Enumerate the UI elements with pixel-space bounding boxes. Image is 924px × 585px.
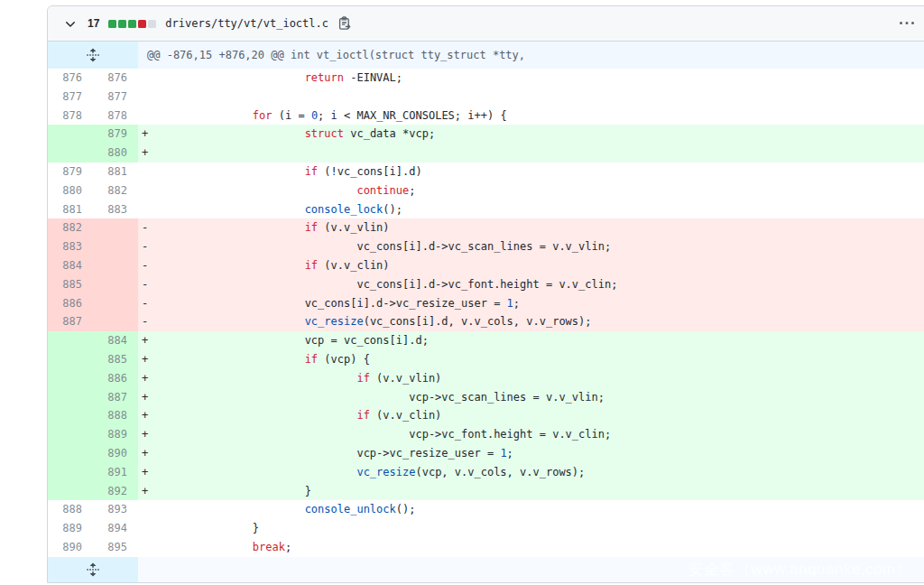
new-line-number[interactable]: 894: [93, 519, 138, 538]
diff-marker: -: [142, 240, 148, 253]
new-line-number[interactable]: [93, 275, 138, 294]
diff-marker: [142, 71, 148, 84]
old-line-number[interactable]: [48, 125, 93, 144]
diff-marker: +: [142, 372, 148, 385]
new-line-number[interactable]: 884: [93, 331, 138, 350]
old-line-number[interactable]: [48, 331, 93, 350]
diff-marker: -: [142, 315, 148, 328]
file-options-button[interactable]: [900, 16, 914, 31]
new-line-number[interactable]: [93, 256, 138, 275]
diff-marker: +: [142, 409, 148, 422]
new-line-number[interactable]: 879: [93, 125, 138, 144]
diff-line-context: 880882 continue;: [48, 181, 924, 200]
code-line: }: [138, 519, 924, 538]
diff-marker: -: [142, 221, 148, 234]
new-line-number[interactable]: [93, 312, 138, 331]
new-line-number[interactable]: 877: [93, 88, 138, 107]
code-line: + struct vc_data *vcp;: [138, 125, 924, 144]
old-line-number[interactable]: [48, 350, 93, 369]
copy-path-icon: [337, 16, 352, 31]
old-line-number[interactable]: 884: [48, 256, 93, 275]
old-line-number[interactable]: 885: [48, 275, 93, 294]
old-line-number[interactable]: [48, 425, 93, 444]
old-line-number[interactable]: 880: [48, 181, 93, 200]
hunk-header-text: @@ -876,15 +876,20 @@ int vt_ioctl(struc…: [138, 42, 525, 69]
diff-line-context: 879881 if (!vc_cons[i].d): [48, 162, 924, 181]
diff-line-add: 888+ if (v.v_clin): [48, 406, 924, 425]
old-line-number[interactable]: [48, 444, 93, 463]
old-line-number[interactable]: [48, 388, 93, 407]
diff-line-del: 885- vc_cons[i].d->vc_font.height = v.v_…: [48, 275, 924, 294]
new-line-number[interactable]: 886: [93, 369, 138, 388]
collapse-file-button[interactable]: [62, 16, 79, 31]
old-line-number[interactable]: [48, 482, 93, 501]
code-line: + vcp->vc_resize_user = 1;: [138, 444, 924, 463]
new-line-number[interactable]: 881: [93, 162, 138, 181]
expand-hunk-button[interactable]: [48, 42, 138, 69]
new-line-number[interactable]: 883: [93, 200, 138, 219]
diff-line-context: 877877: [48, 88, 924, 107]
unfold-icon: [86, 562, 100, 577]
code-line: + if (v.v_vlin): [138, 369, 924, 388]
diff-line-del: 884- if (v.v_clin): [48, 256, 924, 275]
code-line: console_lock();: [138, 200, 924, 219]
diff-line-del: 882- if (v.v_vlin): [48, 218, 924, 237]
diff-marker: +: [142, 485, 148, 497]
old-line-number[interactable]: 877: [48, 88, 93, 107]
old-line-number[interactable]: [48, 463, 93, 482]
new-line-number[interactable]: 892: [93, 482, 138, 501]
diff-line-add: 891+ vc_resize(vcp, v.v_cols, v.v_rows);: [48, 463, 924, 482]
old-line-number[interactable]: 888: [48, 500, 93, 519]
diff-marker: +: [142, 428, 148, 441]
old-line-number[interactable]: [48, 406, 93, 425]
diff-stat-block-add: [128, 20, 136, 28]
code-line: for (i = 0; i < MAX_NR_CONSOLES; i++) {: [138, 107, 924, 125]
old-line-number[interactable]: 887: [48, 312, 93, 331]
old-line-number[interactable]: 890: [48, 538, 93, 557]
new-line-number[interactable]: 890: [93, 444, 138, 463]
unfold-icon: [86, 48, 100, 62]
new-line-number[interactable]: [93, 237, 138, 256]
expand-hunk-button[interactable]: [48, 557, 138, 582]
diff-line-add: 879+ struct vc_data *vcp;: [48, 125, 924, 144]
new-line-number[interactable]: 885: [93, 350, 138, 369]
diff-line-add: 880+: [48, 144, 924, 162]
diff-marker: +: [142, 127, 148, 140]
diff-marker: +: [142, 447, 148, 460]
diff-stat-blocks: [108, 20, 156, 28]
new-line-number[interactable]: 891: [93, 463, 138, 482]
new-line-number[interactable]: [93, 218, 138, 237]
old-line-number[interactable]: [48, 369, 93, 388]
diff-line-context: 878878 for (i = 0; i < MAX_NR_CONSOLES; …: [48, 107, 924, 125]
diff-marker: [142, 541, 148, 553]
new-line-number[interactable]: 876: [93, 69, 138, 88]
old-line-number[interactable]: 889: [48, 519, 93, 538]
old-line-number[interactable]: 882: [48, 218, 93, 237]
code-line: + vcp = vc_cons[i].d;: [138, 331, 924, 350]
new-line-number[interactable]: 882: [93, 181, 138, 200]
new-line-number[interactable]: 893: [93, 500, 138, 519]
old-line-number[interactable]: 878: [48, 107, 93, 125]
old-line-number[interactable]: 883: [48, 237, 93, 256]
old-line-number[interactable]: 881: [48, 200, 93, 219]
kebab-horizontal-icon: [900, 16, 914, 31]
diff-marker: +: [142, 146, 148, 159]
new-line-number[interactable]: 889: [93, 425, 138, 444]
file-diff-card: 17 drivers/tty/vt/vt_ioctl.c @@ -876: [47, 5, 924, 583]
new-line-number[interactable]: 878: [93, 107, 138, 125]
copy-path-button[interactable]: [337, 16, 352, 31]
new-line-number[interactable]: 888: [93, 406, 138, 425]
changed-lines-count: 17: [88, 17, 99, 30]
code-line: - vc_cons[i].d->vc_resize_user = 1;: [138, 294, 924, 313]
new-line-number[interactable]: 887: [93, 388, 138, 407]
code-line: continue;: [138, 181, 924, 200]
file-path-link[interactable]: drivers/tty/vt/vt_ioctl.c: [165, 17, 328, 30]
new-line-number[interactable]: 895: [93, 538, 138, 557]
new-line-number[interactable]: 880: [93, 144, 138, 162]
old-line-number[interactable]: [48, 144, 93, 162]
old-line-number[interactable]: 886: [48, 294, 93, 313]
new-line-number[interactable]: [93, 294, 138, 313]
diff-line-add: 892+ }: [48, 482, 924, 501]
old-line-number[interactable]: 879: [48, 162, 93, 181]
old-line-number[interactable]: 876: [48, 69, 93, 88]
